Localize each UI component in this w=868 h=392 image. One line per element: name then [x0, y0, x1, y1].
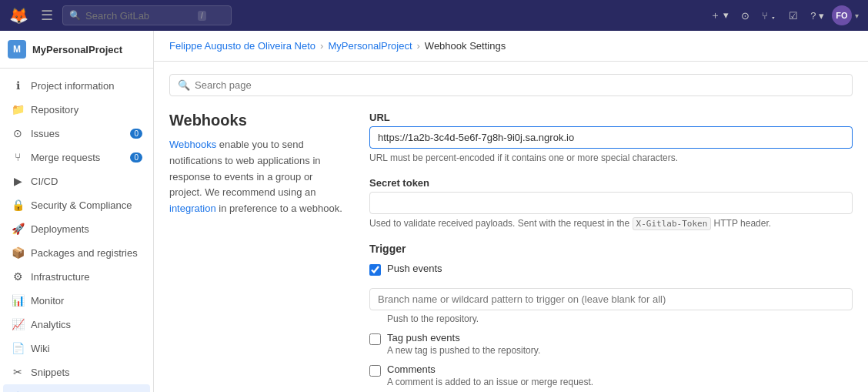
sidebar-item-deployments[interactable]: 🚀 Deployments [3, 217, 150, 240]
sidebar-item-label: Snippets [31, 367, 70, 378]
webhooks-link[interactable]: Webhooks [169, 139, 216, 150]
tag-push-events-label[interactable]: Tag push events [387, 332, 540, 343]
sidebar-item-security[interactable]: 🔒 Security & Compliance [3, 193, 150, 216]
gitlab-logo[interactable]: 🦊 [9, 6, 28, 25]
search-icon: 🔍 [178, 79, 190, 91]
secret-token-group: Secret token Used to validate received p… [369, 177, 853, 230]
breadcrumb-sep-1: › [320, 40, 323, 52]
trigger-title: Trigger [369, 243, 853, 255]
security-icon: 🔒 [11, 199, 25, 211]
push-events-row: Push events [369, 263, 853, 276]
tag-push-events-checkbox[interactable] [369, 333, 381, 345]
sidebar-project[interactable]: M MyPersonalProject [0, 31, 153, 69]
sidebar-item-issues[interactable]: ⊙ Issues 0 [3, 122, 150, 145]
breadcrumb: Felippe Augusto de Oliveira Neto › MyPer… [154, 31, 868, 62]
sidebar-item-label: Infrastructure [31, 271, 90, 283]
sidebar-item-settings[interactable]: ⚙ Settings [3, 384, 150, 392]
sidebar-item-label: Monitor [31, 295, 64, 307]
help-button[interactable]: ? ▾ [806, 7, 829, 25]
sidebar-item-repository[interactable]: 📁 Repository [3, 98, 150, 121]
search-icon: 🔍 [69, 10, 81, 21]
project-icon: M [8, 40, 26, 59]
sidebar-item-packages[interactable]: 📦 Packages and registries [3, 241, 150, 264]
repository-icon: 📁 [11, 103, 25, 116]
sidebar-item-label: Project information [31, 80, 114, 92]
comments-row: Comments A comment is added to an issue … [369, 364, 853, 387]
trigger-section: Trigger Push events Push to the reposito… [369, 243, 853, 392]
sidebar-item-label: Deployments [31, 223, 89, 235]
sidebar-item-monitor[interactable]: 📊 Monitor [3, 289, 150, 312]
breadcrumb-current: Webhook Settings [425, 40, 506, 52]
sidebar-item-label: Merge requests [31, 152, 100, 163]
tag-push-events-desc: A new tag is pushed to the repository. [387, 345, 540, 356]
push-desc: Push to the repository. [387, 313, 853, 324]
integration-link[interactable]: integration [169, 203, 216, 214]
issues-badge: 0 [130, 129, 142, 139]
tag-push-events-row: Tag push events A new tag is pushed to t… [369, 332, 853, 356]
comments-checkbox[interactable] [369, 365, 381, 377]
sidebar-item-label: Wiki [31, 343, 50, 354]
right-column: URL URL must be percent-encoded if it co… [369, 112, 853, 392]
comments-label[interactable]: Comments [387, 364, 593, 375]
url-label: URL [369, 112, 853, 123]
info-icon: ℹ [11, 79, 25, 92]
search-shortcut: / [198, 11, 206, 21]
sidebar-item-analytics[interactable]: 📈 Analytics [3, 313, 150, 336]
header-code: X-Gitlab-Token [633, 217, 712, 230]
infrastructure-icon: ⚙ [11, 270, 25, 283]
push-events-label[interactable]: Push events [387, 263, 442, 274]
search-input[interactable] [195, 79, 844, 91]
sidebar-item-snippets[interactable]: ✂ Snippets [3, 360, 150, 384]
sidebar-item-label: Security & Compliance [31, 199, 132, 211]
issues-icon: ⊙ [11, 127, 25, 139]
packages-icon: 📦 [11, 246, 25, 259]
avatar-chevron-icon: ▾ [855, 12, 859, 20]
sidebar-item-merge-requests[interactable]: ⑂ Merge requests 0 [3, 146, 150, 169]
main-content: Felippe Augusto de Oliveira Neto › MyPer… [154, 31, 868, 392]
sidebar-item-label: Packages and registries [31, 247, 138, 259]
sidebar-item-cicd[interactable]: ▶ CI/CD [3, 169, 150, 193]
url-group: URL URL must be percent-encoded if it co… [369, 112, 853, 165]
project-name: MyPersonalProject [32, 44, 122, 55]
user-avatar[interactable]: FO [832, 5, 852, 25]
sidebar-item-project-information[interactable]: ℹ Project information [3, 74, 150, 97]
deployments-icon: 🚀 [11, 223, 25, 235]
sidebar-item-wiki[interactable]: 📄 Wiki [3, 337, 150, 360]
create-button[interactable]: ＋ ▾ [706, 5, 733, 25]
url-input[interactable] [369, 126, 853, 149]
issues-button[interactable]: ⊙ [736, 7, 754, 25]
monitor-icon: 📊 [11, 294, 25, 307]
breadcrumb-sep-2: › [417, 40, 420, 52]
webhooks-title: Webhooks [169, 112, 346, 129]
secret-token-input[interactable] [369, 192, 853, 214]
sidebar-item-label: CI/CD [31, 176, 58, 187]
secret-token-label: Secret token [369, 177, 853, 189]
push-events-checkbox[interactable] [369, 264, 381, 276]
merge-badge: 0 [130, 152, 142, 162]
breadcrumb-user[interactable]: Felippe Augusto de Oliveira Neto [169, 40, 315, 52]
wiki-icon: 📄 [11, 342, 25, 354]
sidebar-nav: ℹ Project information 📁 Repository ⊙ Iss… [0, 69, 153, 392]
topnav: 🦊 ☰ 🔍 / ＋ ▾ ⊙ ⑂ ▾ ☑ ? ▾ FO ▾ [0, 0, 868, 31]
url-hint: URL must be percent-encoded if it contai… [369, 152, 853, 165]
cicd-icon: ▶ [11, 175, 25, 187]
sidebar: M MyPersonalProject ℹ Project informatio… [0, 31, 154, 392]
content-columns: Webhooks Webhooks enable you to send not… [169, 112, 853, 392]
search-input[interactable] [85, 10, 193, 22]
hamburger-icon[interactable]: ☰ [38, 4, 56, 27]
sidebar-item-label: Repository [31, 104, 78, 116]
topnav-actions: ＋ ▾ ⊙ ⑂ ▾ ☑ ? ▾ FO ▾ [706, 5, 859, 25]
branch-input[interactable] [369, 288, 853, 310]
sidebar-item-infrastructure[interactable]: ⚙ Infrastructure [3, 265, 150, 288]
sidebar-item-label: Issues [31, 128, 60, 139]
secret-token-hint: Used to validate received payloads. Sent… [369, 217, 853, 230]
webhooks-desc-3: in preference to a webhook. [216, 203, 342, 214]
todos-button[interactable]: ☑ [784, 7, 803, 25]
breadcrumb-project[interactable]: MyPersonalProject [328, 40, 412, 52]
sidebar-item-label: Analytics [31, 319, 71, 330]
page-search-bar[interactable]: 🔍 [169, 74, 853, 96]
merge-requests-button[interactable]: ⑂ ▾ [757, 7, 782, 25]
comments-desc: A comment is added to an issue or merge … [387, 377, 593, 387]
left-column: Webhooks Webhooks enable you to send not… [169, 112, 346, 392]
search-bar[interactable]: 🔍 / [62, 5, 232, 25]
